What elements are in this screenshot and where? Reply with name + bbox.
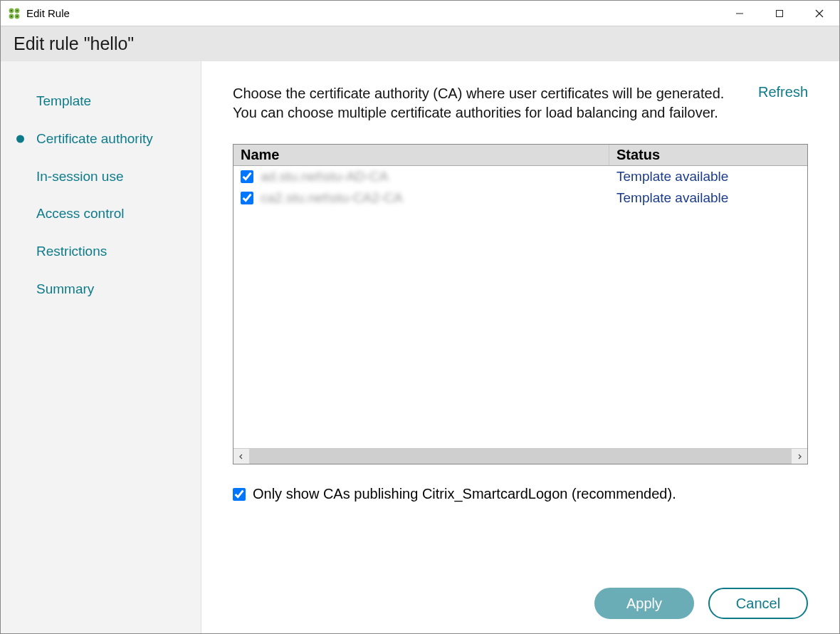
sidebar-item-in-session-use[interactable]: In-session use (1, 158, 201, 196)
scroll-right-button[interactable] (792, 449, 807, 464)
scroll-track[interactable] (249, 449, 792, 464)
filter-label: Only show CAs publishing Citrix_Smartcar… (253, 486, 676, 502)
sidebar-item-label: Certificate authority (36, 131, 153, 146)
titlebar: Edit Rule (1, 1, 839, 26)
footer: Apply Cancel (233, 566, 808, 619)
table-row[interactable]: ca2.stu.net\stu-CA2-CA Template availabl… (233, 187, 807, 209)
ca-table: Name Status ad.stu.net\stu-AD-CA Templat… (233, 144, 808, 464)
table-row[interactable]: ad.stu.net\stu-AD-CA Template available (233, 166, 807, 187)
svg-point-6 (11, 15, 12, 16)
app-icon (8, 7, 21, 20)
row-checkbox[interactable] (241, 170, 253, 183)
sidebar-item-label: Access control (36, 206, 125, 221)
sidebar-item-label: Summary (36, 281, 94, 296)
page-title: Edit rule "hello" (14, 33, 134, 53)
close-button[interactable] (799, 1, 839, 26)
sidebar-item-label: Restrictions (36, 244, 107, 259)
body: Template Certificate authority In-sessio… (1, 61, 839, 633)
sidebar-item-label: Template (36, 93, 91, 108)
sidebar-item-certificate-authority[interactable]: Certificate authority (1, 120, 201, 158)
sidebar-item-restrictions[interactable]: Restrictions (1, 233, 201, 271)
sidebar-item-summary[interactable]: Summary (1, 271, 201, 308)
titlebar-controls (720, 1, 839, 26)
description-text: Choose the certificate authority (CA) wh… (233, 84, 737, 123)
table-body: ad.stu.net\stu-AD-CA Template available … (233, 166, 807, 448)
maximize-button[interactable] (760, 1, 799, 26)
cancel-button[interactable]: Cancel (708, 588, 808, 619)
filter-row: Only show CAs publishing Citrix_Smartcar… (233, 486, 808, 502)
scroll-left-button[interactable] (233, 449, 249, 464)
content-pane: Choose the certificate authority (CA) wh… (201, 61, 839, 633)
table-header: Name Status (233, 145, 807, 166)
cell-name: ca2.stu.net\stu-CA2-CA (233, 190, 609, 206)
horizontal-scrollbar[interactable] (233, 448, 807, 464)
refresh-link[interactable]: Refresh (758, 84, 808, 100)
sidebar-item-access-control[interactable]: Access control (1, 195, 201, 233)
table-header-status[interactable]: Status (609, 145, 807, 165)
filter-checkbox[interactable] (233, 488, 246, 501)
ca-name: ca2.stu.net\stu-CA2-CA (261, 190, 403, 206)
window: Edit Rule Edit rule "hello" Template Cer… (0, 0, 840, 634)
svg-rect-9 (777, 10, 783, 16)
cell-status: Template available (609, 190, 807, 206)
svg-point-5 (16, 9, 18, 11)
cell-status: Template available (609, 169, 807, 185)
sidebar-item-label: In-session use (36, 169, 124, 184)
sidebar: Template Certificate authority In-sessio… (1, 61, 201, 633)
svg-point-7 (16, 15, 18, 16)
table-header-name[interactable]: Name (233, 145, 609, 165)
row-checkbox[interactable] (241, 192, 253, 204)
svg-point-4 (11, 9, 12, 11)
window-title: Edit Rule (26, 7, 70, 19)
ca-name: ad.stu.net\stu-AD-CA (261, 169, 389, 185)
page-header: Edit rule "hello" (1, 26, 839, 61)
minimize-button[interactable] (720, 1, 760, 26)
apply-button[interactable]: Apply (594, 588, 694, 619)
cell-name: ad.stu.net\stu-AD-CA (233, 169, 609, 185)
description-row: Choose the certificate authority (CA) wh… (233, 84, 808, 123)
sidebar-item-template[interactable]: Template (1, 83, 201, 120)
